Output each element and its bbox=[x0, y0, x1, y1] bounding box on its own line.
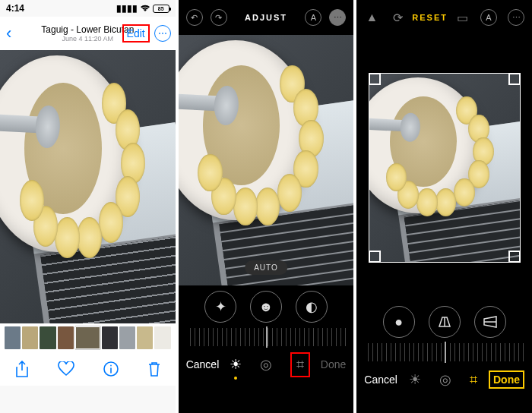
adjust-options-row: ✦ ☻ ◐ bbox=[179, 285, 354, 328]
thumbnail[interactable] bbox=[119, 326, 135, 349]
reset-button[interactable]: RESET bbox=[412, 13, 448, 22]
crop-handle-tr[interactable] bbox=[508, 73, 521, 85]
redo-icon[interactable]: ↷ bbox=[211, 9, 227, 26]
rotate-icon[interactable]: ⟳ bbox=[390, 11, 405, 25]
done-button[interactable]: Done bbox=[321, 358, 346, 370]
aspect-ratio-icon[interactable]: ▭ bbox=[454, 11, 470, 25]
auto-pill: AUTO bbox=[245, 260, 287, 275]
markup-icon[interactable]: A bbox=[305, 9, 321, 26]
battery-icon: 85 bbox=[153, 5, 169, 13]
edit-button[interactable]: Edit bbox=[122, 24, 150, 43]
rotate-slider[interactable] bbox=[364, 343, 524, 361]
crop-handle-tl[interactable] bbox=[369, 73, 381, 85]
favorite-icon[interactable] bbox=[58, 361, 74, 377]
markup-icon[interactable]: A bbox=[480, 9, 497, 26]
undo-icon[interactable]: ↶ bbox=[186, 9, 203, 26]
editor-bottom-bar: Cancel ☀ ◎ ⌗ Done bbox=[356, 361, 532, 398]
thumbnail[interactable] bbox=[40, 326, 55, 349]
more-button[interactable]: ⋯ bbox=[154, 25, 171, 42]
adjust-tab-icon[interactable]: ☀ bbox=[409, 371, 421, 388]
more-icon[interactable]: ⋯ bbox=[508, 9, 524, 26]
edit-photo-viewport[interactable]: AUTO bbox=[179, 35, 354, 285]
thumbnail[interactable] bbox=[5, 326, 21, 349]
cellular-icon: ▮▮▮▮ bbox=[116, 3, 138, 14]
crop-handle-bl[interactable] bbox=[369, 251, 381, 263]
thumbnail[interactable] bbox=[137, 326, 153, 349]
status-time: 4:14 bbox=[6, 3, 24, 14]
editor-bottom-bar: Cancel ☀ ◎ ⌗ Done bbox=[179, 346, 354, 383]
horizontal-perspective-icon[interactable] bbox=[474, 306, 506, 338]
vertical-perspective-icon[interactable] bbox=[429, 306, 461, 338]
photos-detail-screen: 4:14 ▮▮▮▮ 85 ‹ Taguig - Lower Bicutan Ju… bbox=[0, 0, 176, 413]
delete-icon[interactable] bbox=[147, 361, 161, 377]
nav-bar: ‹ Taguig - Lower Bicutan June 4 11:20 AM… bbox=[0, 17, 176, 50]
filters-tab-icon[interactable]: ◎ bbox=[260, 356, 272, 373]
cancel-button[interactable]: Cancel bbox=[186, 358, 220, 370]
thumbnail[interactable] bbox=[58, 326, 74, 349]
thumbnail-strip[interactable] bbox=[0, 323, 176, 352]
share-icon[interactable] bbox=[14, 361, 30, 377]
editor-top-bar: ↶ ↷ ADJUST A ⋯ bbox=[179, 0, 354, 35]
thumbnail[interactable] bbox=[154, 326, 170, 349]
info-icon[interactable] bbox=[103, 361, 119, 377]
thumbnail-current[interactable] bbox=[75, 326, 100, 349]
crop-top-bar: ▲ ⟳ RESET ▭ A ⋯ bbox=[356, 0, 532, 35]
crop-options-row: ● bbox=[356, 301, 532, 343]
straighten-icon[interactable]: ● bbox=[383, 306, 415, 338]
crop-tab-icon[interactable]: ⌗ bbox=[290, 352, 310, 377]
filters-tab-icon[interactable]: ◎ bbox=[439, 371, 451, 388]
crop-viewport[interactable] bbox=[356, 35, 532, 301]
edit-adjust-screen: ↶ ↷ ADJUST A ⋯ bbox=[179, 0, 354, 413]
cancel-button[interactable]: Cancel bbox=[364, 374, 397, 386]
mode-label: ADJUST bbox=[245, 13, 287, 22]
more-icon[interactable]: ⋯ bbox=[329, 9, 346, 26]
crop-handle-br[interactable] bbox=[508, 251, 521, 263]
crop-frame[interactable] bbox=[369, 73, 521, 263]
crop-tab-icon[interactable]: ⌗ bbox=[470, 372, 477, 388]
flip-vertical-icon[interactable]: ▲ bbox=[364, 11, 379, 24]
brilliance-icon[interactable]: ◐ bbox=[296, 291, 328, 323]
adjust-tab-icon[interactable]: ☀ bbox=[230, 356, 242, 373]
edit-crop-screen: ▲ ⟳ RESET ▭ A ⋯ bbox=[356, 0, 532, 413]
photo-viewport[interactable] bbox=[0, 50, 176, 323]
thumbnail[interactable] bbox=[102, 326, 118, 349]
thumbnail[interactable] bbox=[22, 326, 38, 349]
wifi-icon bbox=[140, 5, 150, 12]
done-button[interactable]: Done bbox=[489, 370, 524, 389]
adjust-slider[interactable] bbox=[186, 328, 347, 346]
status-bar: 4:14 ▮▮▮▮ 85 bbox=[0, 0, 176, 17]
exposure-icon[interactable]: ☻ bbox=[250, 291, 282, 323]
bottom-toolbar bbox=[0, 352, 176, 386]
auto-enhance-icon[interactable]: ✦ bbox=[204, 291, 236, 323]
